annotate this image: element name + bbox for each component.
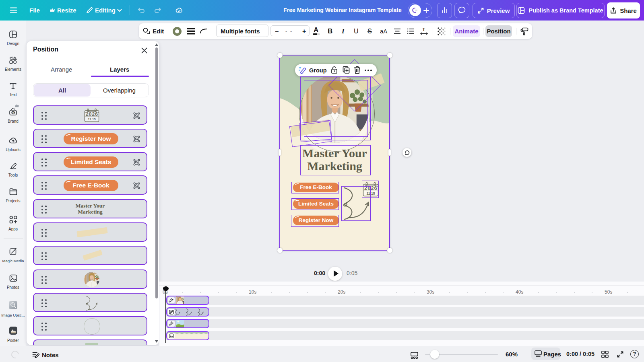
svg-text:POSTER: POSTER	[11, 332, 15, 333]
svg-text:T: T	[423, 27, 425, 32]
svg-text:co: co	[12, 111, 15, 114]
